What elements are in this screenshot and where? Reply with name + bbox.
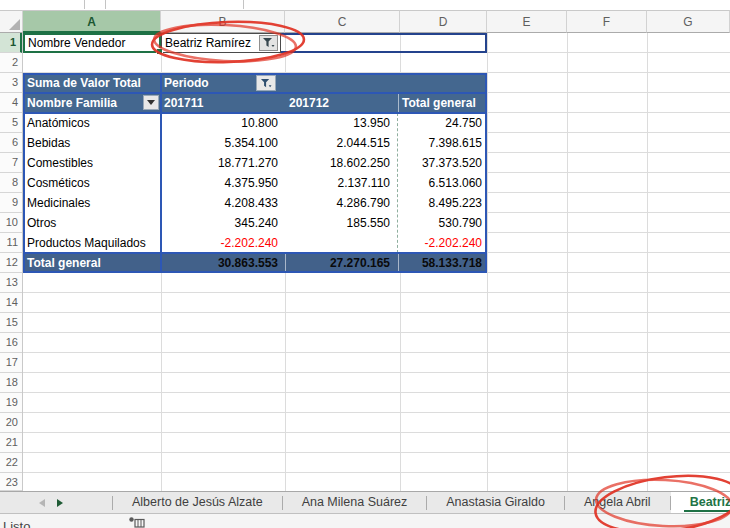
row-header-19[interactable]: 19 — [0, 393, 22, 413]
row-header-21[interactable]: 21 — [0, 433, 22, 453]
grand-total-201712[interactable]: 27.270.165 — [285, 253, 400, 273]
sheet-tab-anastasia-giraldo[interactable]: Anastasia Giraldo — [427, 492, 564, 513]
formula-bar-divider — [84, 0, 85, 9]
column-header-D[interactable]: D — [400, 10, 487, 33]
pivot-cell[interactable] — [285, 233, 400, 253]
pivot-border-label-column — [160, 73, 162, 273]
sheet-tab-beatriz-ram[interactable]: Beatriz Ram — [671, 492, 730, 513]
pivot-border-under-header-row — [23, 112, 487, 114]
row-header-2[interactable]: 2 — [0, 53, 22, 73]
pivot-row-label[interactable]: Otros — [23, 213, 161, 233]
pivot-cell[interactable]: 7.398.615 — [400, 133, 487, 153]
pivot-cell[interactable]: 13.950 — [285, 113, 400, 133]
sheet-tab-angela-abril[interactable]: Angela Abril — [565, 492, 670, 513]
row-header-11[interactable]: 11 — [0, 233, 22, 253]
column-header-G[interactable]: G — [647, 10, 730, 33]
cell-separator — [285, 253, 286, 273]
grand-total-201711[interactable]: 30.863.553 — [161, 253, 285, 273]
column-field-label[interactable]: Periodo — [164, 73, 209, 93]
pivot-cell[interactable]: 10.800 — [161, 113, 285, 133]
row-header-23[interactable]: 23 — [0, 473, 22, 491]
page-break-dashed-line — [397, 113, 398, 253]
pivot-cell[interactable]: 345.240 — [161, 213, 285, 233]
row-header-12[interactable]: 12 — [0, 253, 22, 273]
row-header-13[interactable]: 13 — [0, 273, 22, 293]
pivot-cell[interactable]: 5.354.100 — [161, 133, 285, 153]
filter-value-cell[interactable]: Beatriz Ramírez — [161, 33, 281, 53]
report-filter-button[interactable] — [259, 35, 278, 51]
status-mode: Listo — [3, 519, 30, 528]
periodo-filter-button[interactable] — [256, 75, 276, 91]
pivot-row-label[interactable]: Cosméticos — [23, 173, 161, 193]
row-header-15[interactable]: 15 — [0, 313, 22, 333]
row-header-10[interactable]: 10 — [0, 213, 22, 233]
cell-separator — [398, 93, 399, 113]
pivot-cell[interactable]: 2.044.515 — [285, 133, 400, 153]
sheet-grid[interactable]: Nombre Vendedor Beatriz Ramírez Suma de … — [0, 33, 730, 491]
pivot-cell[interactable]: 530.790 — [400, 213, 487, 233]
pivot-row-label[interactable]: Medicinales — [23, 193, 161, 213]
pivot-cell[interactable]: 18.771.270 — [161, 153, 285, 173]
pivot-cell[interactable]: 24.750 — [400, 113, 487, 133]
row-header-4[interactable]: 4 — [0, 93, 22, 113]
column-header-201711[interactable]: 201711 — [164, 93, 203, 113]
row-header-5[interactable]: 5 — [0, 113, 22, 133]
row-header-18[interactable]: 18 — [0, 373, 22, 393]
row-headers: 1234567891011121314151617181920212223 — [0, 33, 23, 491]
pivot-cell[interactable]: 4.375.950 — [161, 173, 285, 193]
row-header-8[interactable]: 8 — [0, 173, 22, 193]
fill-handle[interactable] — [156, 48, 163, 55]
row-header-1[interactable]: 1 — [0, 33, 22, 53]
row-header-20[interactable]: 20 — [0, 413, 22, 433]
pivot-row-label[interactable]: Productos Maquilados — [23, 233, 161, 253]
pivot-cell[interactable]: 4.208.433 — [161, 193, 285, 213]
column-header-A[interactable]: A — [23, 10, 161, 33]
select-all-corner[interactable] — [0, 10, 23, 33]
column-header-E[interactable]: E — [487, 10, 567, 33]
row-header-17[interactable]: 17 — [0, 353, 22, 373]
pivot-cell[interactable]: 37.373.520 — [400, 153, 487, 173]
pivot-row-label[interactable]: Anatómicos — [23, 113, 161, 133]
pivot-grand-total-row[interactable]: Total general 30.863.553 27.270.165 58.1… — [23, 253, 487, 273]
column-header-F[interactable]: F — [567, 10, 647, 33]
sheet-tab-ana-milena-su-rez[interactable]: Ana Milena Suárez — [283, 492, 427, 513]
formula-bar-divider — [243, 0, 244, 9]
row-field-label[interactable]: Nombre Familia — [27, 93, 117, 113]
pivot-border-top — [23, 73, 487, 75]
column-header-C[interactable]: C — [285, 10, 400, 33]
measure-label[interactable]: Suma de Valor Total — [27, 73, 141, 93]
row-header-7[interactable]: 7 — [0, 153, 22, 173]
sheet-tab-alberto-de-jes-s-alzate[interactable]: Alberto de Jesús Alzate — [113, 492, 282, 513]
row-header-14[interactable]: 14 — [0, 293, 22, 313]
grand-total-label[interactable]: Total general — [23, 253, 161, 273]
pivot-cell[interactable]: 6.513.060 — [400, 173, 487, 193]
macro-record-icon[interactable] — [129, 517, 145, 528]
row-header-22[interactable]: 22 — [0, 453, 22, 473]
pivot-cell[interactable]: 185.550 — [285, 213, 400, 233]
row-header-6[interactable]: 6 — [0, 133, 22, 153]
pivot-cell[interactable]: 18.602.250 — [285, 153, 400, 173]
pivot-cell[interactable]: 4.286.790 — [285, 193, 400, 213]
formula-bar-remnant — [0, 0, 730, 10]
familia-dropdown-button[interactable] — [143, 95, 159, 110]
pivot-cell[interactable]: 2.137.110 — [285, 173, 400, 193]
pivot-measure-row: Suma de Valor Total Periodo — [23, 73, 487, 93]
row-header-16[interactable]: 16 — [0, 333, 22, 353]
pivot-row-label[interactable]: Bebidas — [23, 133, 161, 153]
status-bar: Listo — [0, 513, 730, 528]
select-all-triangle-icon — [9, 19, 20, 30]
column-header-201712[interactable]: 201712 — [289, 93, 329, 113]
row-header-3[interactable]: 3 — [0, 73, 22, 93]
pivot-cell[interactable]: -2.202.240 — [161, 233, 285, 253]
pivot-border-left — [23, 73, 25, 273]
arrow-left-icon[interactable] — [39, 499, 45, 507]
grand-total-total[interactable]: 58.133.718 — [400, 253, 487, 273]
pivot-cell[interactable]: -2.202.240 — [400, 233, 487, 253]
column-header-B[interactable]: B — [161, 10, 285, 33]
row-header-9[interactable]: 9 — [0, 193, 22, 213]
pivot-cell[interactable]: 8.495.223 — [400, 193, 487, 213]
column-header-total[interactable]: Total general — [402, 93, 476, 113]
filter-label-cell[interactable]: Nombre Vendedor — [23, 33, 161, 53]
pivot-row-label[interactable]: Comestibles — [23, 153, 161, 173]
arrow-right-icon[interactable] — [57, 499, 63, 507]
